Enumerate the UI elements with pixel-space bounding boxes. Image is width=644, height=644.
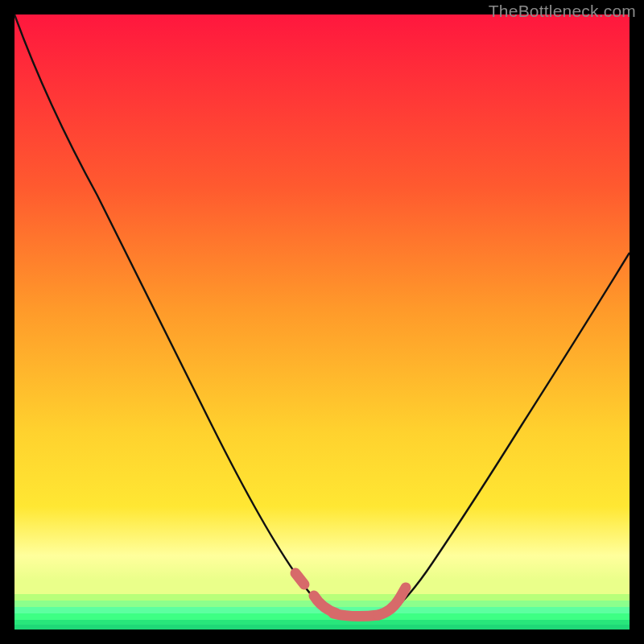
watermark-text: TheBottleneck.com xyxy=(489,2,636,21)
plot-area xyxy=(14,14,630,630)
highlight-region xyxy=(295,573,406,617)
curve-layer xyxy=(14,14,630,630)
bottleneck-curve-right xyxy=(393,253,630,610)
bottleneck-curve-left xyxy=(14,14,327,610)
chart-frame: TheBottleneck.com xyxy=(0,0,644,644)
